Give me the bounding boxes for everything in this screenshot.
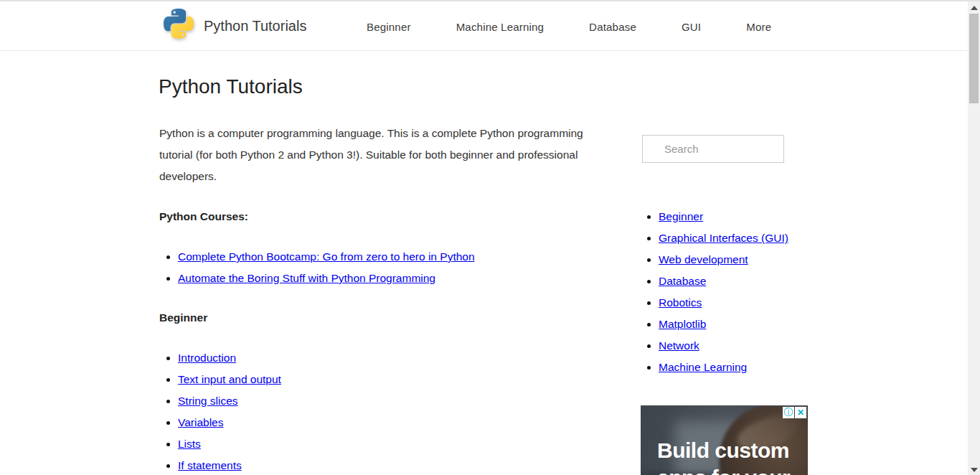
link-variables[interactable]: Variables <box>178 416 223 428</box>
list-item: Matplotlib <box>659 314 788 335</box>
ad-controls: ⓘ ✕ <box>783 407 806 418</box>
link-if-statements[interactable]: If statements <box>178 459 242 471</box>
python-logo-icon[interactable] <box>164 9 194 40</box>
sidebar-link-database[interactable]: Database <box>659 275 706 287</box>
list-item: Robotics <box>659 292 788 314</box>
nav-item-gui[interactable]: GUI <box>682 21 701 33</box>
sidebar-category-list: Beginner Graphical Interfaces (GUI) Web … <box>659 206 788 378</box>
list-item: Complete Python Bootcamp: Go from zero t… <box>178 246 475 268</box>
link-introduction[interactable]: Introduction <box>178 352 236 364</box>
list-item: Text input and output <box>178 369 281 390</box>
sidebar-link-web-development[interactable]: Web development <box>659 253 748 265</box>
sidebar-link-network[interactable]: Network <box>659 339 699 352</box>
list-item: Database <box>659 271 788 292</box>
list-item: Variables <box>178 412 281 433</box>
ad-headline-line2: apps for your <box>657 464 790 475</box>
sidebar-link-gui[interactable]: Graphical Interfaces (GUI) <box>659 232 788 244</box>
scrollbar-up-icon[interactable] <box>971 6 978 10</box>
list-item: Automate the Boring Stuff with Python Pr… <box>178 268 475 289</box>
sidebar-link-matplotlib[interactable]: Matplotlib <box>659 318 706 330</box>
courses-list: Complete Python Bootcamp: Go from zero t… <box>178 246 475 289</box>
beginner-heading: Beginner <box>159 311 207 324</box>
scrollbar-thumb[interactable] <box>969 14 979 103</box>
list-item: If statements <box>178 455 281 475</box>
sidebar-link-machine-learning[interactable]: Machine Learning <box>659 361 747 373</box>
adchoices-info-icon[interactable]: ⓘ <box>783 407 794 418</box>
sidebar-link-beginner[interactable]: Beginner <box>659 210 703 222</box>
site-title[interactable]: Python Tutorials <box>204 18 306 34</box>
list-item: Introduction <box>178 347 281 369</box>
search-input[interactable] <box>642 135 784 163</box>
scrollbar-down-icon[interactable] <box>971 468 978 472</box>
nav-item-more[interactable]: More <box>746 21 771 33</box>
list-item: Lists <box>178 433 281 455</box>
ad-close-icon[interactable]: ✕ <box>795 407 806 418</box>
ad-headline: Build custom apps for your <box>657 437 790 475</box>
advertisement-banner[interactable]: Build custom apps for your ⓘ ✕ <box>641 405 808 475</box>
page-title: Python Tutorials <box>159 75 303 98</box>
link-text-input-output[interactable]: Text input and output <box>178 373 281 385</box>
ad-headline-line1: Build custom <box>657 437 790 464</box>
list-item: Network <box>659 335 788 357</box>
top-navbar: Python Tutorials Beginner Machine Learni… <box>0 3 968 51</box>
list-item: Beginner <box>659 206 788 227</box>
list-item: Machine Learning <box>659 357 788 378</box>
main-nav: Beginner Machine Learning Database GUI M… <box>367 21 771 33</box>
nav-item-database[interactable]: Database <box>589 21 636 33</box>
page: Python Tutorials Beginner Machine Learni… <box>0 0 980 475</box>
nav-item-machine-learning[interactable]: Machine Learning <box>456 21 544 33</box>
link-string-slices[interactable]: String slices <box>178 395 238 407</box>
nav-item-beginner[interactable]: Beginner <box>367 21 411 33</box>
vertical-scrollbar[interactable] <box>968 1 980 475</box>
courses-heading: Python Courses: <box>159 210 248 223</box>
intro-paragraph: Python is a computer programming languag… <box>159 123 608 187</box>
list-item: Graphical Interfaces (GUI) <box>659 227 788 249</box>
link-lists[interactable]: Lists <box>178 438 201 450</box>
course-link-automate[interactable]: Automate the Boring Stuff with Python Pr… <box>178 272 435 284</box>
beginner-list: Introduction Text input and output Strin… <box>178 347 281 475</box>
list-item: Web development <box>659 249 788 271</box>
sidebar-link-robotics[interactable]: Robotics <box>659 296 702 309</box>
list-item: String slices <box>178 390 281 412</box>
course-link-bootcamp[interactable]: Complete Python Bootcamp: Go from zero t… <box>178 250 475 263</box>
